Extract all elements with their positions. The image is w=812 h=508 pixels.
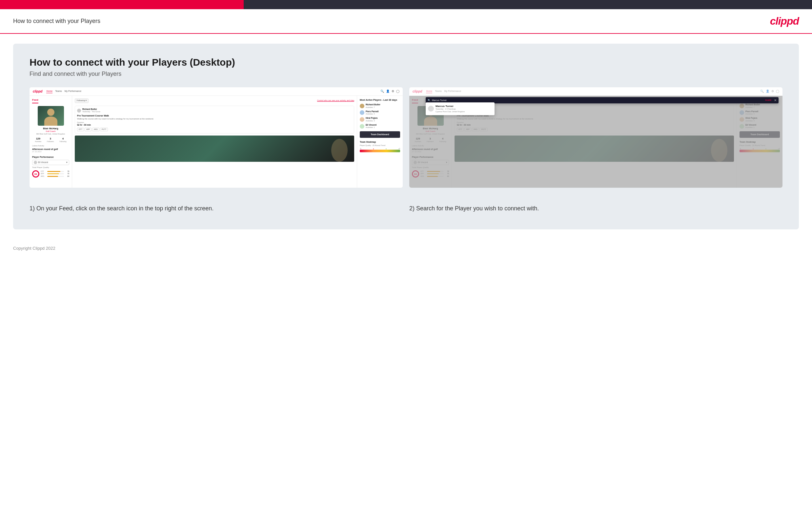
result-name[interactable]: Marcus Turner: [435, 105, 465, 108]
search-icon[interactable]: 🔍: [380, 90, 384, 93]
search-icon-overlay: 🔍: [428, 99, 431, 102]
avatar-icon-2[interactable]: ◯: [776, 90, 779, 93]
tag-app: APP: [85, 128, 92, 131]
logo: clippd: [770, 15, 799, 27]
followers-label: Followers: [47, 140, 54, 143]
hero-title: How to connect with your Players (Deskto…: [30, 57, 782, 68]
top-bar: [0, 0, 812, 9]
profile-icon[interactable]: 👤: [386, 90, 390, 93]
step1-text: 1) On your Feed, click on the search ico…: [30, 204, 403, 213]
screenshot-2: clippd Home Teams My Performance 🔍 👤 ⚙ ◯: [409, 87, 782, 188]
tag-ott: OTT: [77, 128, 84, 131]
step2-description: 2) Search for the Player you wish to con…: [409, 198, 782, 219]
post-desc: Walking the course with my coach to buil…: [77, 118, 352, 120]
score-circle: 84: [32, 170, 39, 177]
player-1: Richard Butler Activities: 7: [360, 103, 400, 109]
nav-my-performance[interactable]: My Performance: [64, 90, 81, 93]
post-user-name: Richard Butler: [82, 108, 100, 111]
clear-button[interactable]: CLEAR: [765, 99, 771, 101]
search-query[interactable]: Marcus Turner: [432, 99, 764, 102]
mini-nav-1: clippd Home Teams My Performance 🔍 👤 ⚙ ◯: [30, 87, 403, 96]
profile-role: Golf Coach: [32, 130, 69, 133]
tag-putt: PUTT: [100, 128, 108, 131]
close-button[interactable]: ✕: [774, 98, 776, 102]
team-heatmap-sub: Player Quality · 20 Round Trend: [360, 144, 400, 147]
post-duration: Duration: [77, 121, 352, 124]
post-duration-value: 02 hr : 00 min: [77, 124, 352, 126]
mini-nav-2: clippd Home Teams My Performance 🔍 👤 ⚙ ◯: [409, 87, 782, 96]
profile-icon-2[interactable]: 👤: [766, 90, 769, 93]
avatar-icon[interactable]: ◯: [396, 90, 399, 93]
latest-activity-label: Latest Activity: [32, 145, 69, 147]
header: How to connect with your Players clippd: [0, 9, 812, 34]
hero-section: How to connect with your Players (Deskto…: [13, 44, 799, 229]
search-result-dropdown: Marcus Turner Yesterday · 1-5 Handicap C…: [426, 102, 494, 115]
followers-count: 3: [47, 137, 54, 140]
main-content: How to connect with your Players (Deskto…: [0, 34, 812, 239]
copyright: Copyright Clippd 2022: [13, 246, 55, 251]
following-count: 4: [59, 137, 66, 140]
feed-tab[interactable]: Feed: [32, 98, 38, 103]
footer: Copyright Clippd 2022: [0, 239, 812, 257]
following-label: Following: [59, 140, 66, 143]
player-3: Hiral Pujara Activities: 3: [360, 117, 400, 122]
post-user-sub: Yesterday · The Grove: [82, 111, 100, 113]
profile-name: Blair McHarg: [32, 127, 69, 130]
search-icon-2[interactable]: 🔍: [760, 90, 764, 93]
control-link[interactable]: Control who can see your activity and da…: [317, 99, 354, 102]
result-sub: Yesterday · 1-5 Handicap: [435, 108, 465, 110]
team-heatmap-label: Team Heatmap: [360, 140, 400, 143]
mini-logo-1: clippd: [33, 89, 42, 93]
nav-teams[interactable]: Teams: [55, 90, 62, 93]
profile-club: Mill Ride Golf Club, United Kingdom: [32, 133, 69, 135]
page-title: How to connect with your Players: [13, 18, 100, 25]
settings-icon[interactable]: ⚙: [392, 90, 394, 93]
step2-text: 2) Search for the Player you wish to con…: [409, 204, 782, 213]
descriptions-row: 1) On your Feed, click on the search ico…: [30, 188, 782, 229]
selected-player: Eli Vincent: [38, 161, 48, 164]
screenshot-1: clippd Home Teams My Performance 🔍 👤 ⚙ ◯: [30, 87, 403, 188]
latest-activity: Afternoon round of golf: [32, 148, 69, 151]
hero-subtitle: Find and connect with your Players: [30, 71, 782, 78]
screenshots-row: clippd Home Teams My Performance 🔍 👤 ⚙ ◯: [30, 87, 782, 188]
player-2: Piers Parnell Activities: 4: [360, 110, 400, 116]
team-dashboard-btn[interactable]: Team Dashboard: [360, 131, 400, 137]
result-avatar: [428, 106, 434, 112]
latest-activity-date: 27 Jul 2022: [32, 151, 69, 153]
nav-home[interactable]: Home: [46, 90, 52, 93]
player-4: Eli Vincent Activities: 1: [360, 124, 400, 129]
following-dropdown[interactable]: Following ▾: [75, 98, 89, 103]
most-active-label: Most Active Players - Last 30 days: [360, 98, 400, 101]
activities-label: Activities: [35, 140, 41, 143]
player-performance-label: Player Performance: [32, 156, 69, 159]
result-location: Cypress Point Club, United Kingdom: [435, 111, 465, 113]
post-title: Pre Tournament Course Walk: [77, 114, 352, 117]
settings-icon-2[interactable]: ⚙: [771, 90, 774, 93]
step1-description: 1) On your Feed, click on the search ico…: [30, 198, 403, 219]
activities-count: 129: [35, 137, 41, 140]
tag-arg: ARG: [92, 128, 99, 131]
